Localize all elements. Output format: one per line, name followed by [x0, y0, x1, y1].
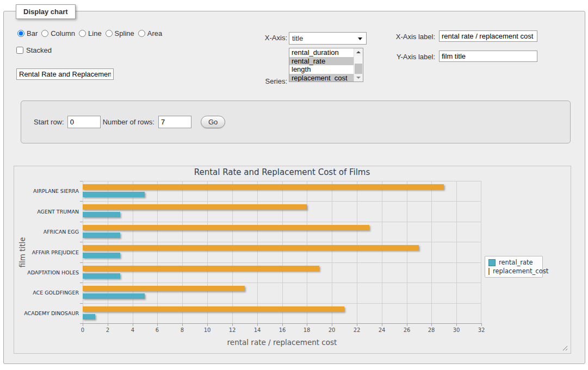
series-label: Series: [206, 77, 287, 85]
gridline-h [83, 262, 481, 263]
chart-type-radio-line[interactable] [79, 30, 86, 37]
x-tick-label: 16 [274, 327, 290, 333]
x-tick-label: 32 [473, 327, 490, 333]
chart-legend: rental_ratereplacement_cost [485, 256, 543, 278]
x-tick-label: 20 [324, 327, 340, 333]
x-axis-title: rental rate / replacement cost [14, 338, 550, 347]
stacked-checkbox[interactable] [16, 47, 23, 54]
series-listbox[interactable]: rental_durationrental_ratelengthreplacem… [289, 48, 363, 82]
bar-replacement_cost [83, 245, 419, 250]
bar-replacement_cost [83, 306, 344, 312]
chart-type-radio-spline[interactable] [106, 30, 113, 37]
x-tick-label: 12 [224, 327, 240, 333]
gridline-v [108, 181, 108, 323]
series-option-rental_rate[interactable]: rental_rate [289, 57, 354, 66]
x-axis-tick [133, 323, 133, 326]
gridline-v [182, 181, 183, 323]
x-axis-tick [382, 323, 382, 326]
x-axis-tick [481, 323, 482, 326]
x-tick-label: 10 [199, 327, 215, 333]
x-axis-tick [83, 323, 83, 326]
x-axis-label-label: X-Axis label: [354, 33, 435, 41]
resize-handle[interactable] [561, 344, 567, 350]
gridline-v [382, 181, 382, 323]
number-of-rows-input[interactable] [158, 116, 191, 128]
y-axis-label-input[interactable] [439, 51, 537, 62]
display-chart-fieldset: Display chart BarColumnLineSplineArea St… [3, 11, 585, 364]
bar-rental_rate [83, 192, 145, 197]
chart-type-column: Column [41, 29, 75, 37]
x-axis-tick [157, 323, 158, 326]
x-axis-select-label: X-Axis: [206, 34, 287, 42]
series-option-replacement_cost[interactable]: replacement_cost [289, 74, 354, 82]
x-tick-label: 2 [100, 327, 116, 333]
x-tick-label: 24 [374, 327, 390, 333]
legend-swatch-rental_rate [488, 259, 496, 266]
bar-replacement_cost [83, 266, 319, 271]
gridline-v [157, 181, 158, 323]
y-axis-tick [80, 262, 83, 263]
y-axis-tick [80, 181, 83, 181]
gridline-h [83, 303, 481, 304]
x-tick-label: 28 [423, 327, 440, 333]
chart-title-input[interactable] [16, 68, 114, 80]
series-option-length[interactable]: length [289, 65, 354, 74]
scroll-down-button[interactable] [354, 74, 363, 81]
chart-type-label-spline: Spline [115, 29, 134, 37]
go-button[interactable]: Go [201, 116, 225, 128]
bar-rental_rate [83, 233, 120, 238]
gridline-v [257, 181, 258, 323]
y-axis-title: film title [18, 198, 26, 307]
legend-item-replacement_cost[interactable]: replacement_cost [488, 267, 539, 275]
stacked-row: Stacked [16, 46, 52, 54]
x-tick-label: 0 [75, 327, 91, 333]
x-axis-tick [232, 323, 233, 326]
gridline-v [282, 181, 283, 323]
y-axis-tick [80, 242, 83, 242]
chart-type-line: Line [79, 29, 102, 37]
start-row-label: Start row: [34, 118, 64, 126]
start-row-input[interactable] [67, 116, 101, 128]
bar-replacement_cost [83, 204, 307, 210]
gridline-v [232, 181, 233, 323]
chart-type-radio-column[interactable] [41, 30, 48, 37]
arrow-down-icon [356, 77, 361, 79]
legend-label: replacement_cost [493, 267, 548, 275]
row-controls-panel: Start row: Number of rows: Go [21, 101, 571, 143]
bar-rental_rate [83, 293, 145, 299]
gridline-h [83, 222, 481, 222]
chart-type-label-column: Column [51, 29, 75, 37]
gridline-h [83, 181, 481, 181]
series-option-rental_duration[interactable]: rental_duration [289, 48, 354, 57]
gridline-v [431, 181, 432, 323]
x-axis-tick [108, 323, 108, 326]
x-tick-label: 22 [349, 327, 365, 333]
legend-label: rental_rate [499, 259, 533, 266]
chart-type-label-bar: Bar [27, 29, 38, 37]
chart-type-group: BarColumnLineSplineArea [17, 29, 166, 37]
legend-item-rental_rate[interactable]: rental_rate [488, 258, 539, 267]
bar-replacement_cost [83, 286, 245, 291]
chart-type-radio-bar[interactable] [17, 30, 24, 37]
fieldset-legend: Display chart [16, 4, 76, 19]
gridline-v [407, 181, 407, 323]
x-axis-tick [456, 323, 457, 326]
chart-container: Rental Rate and Replacement Cost of Film… [14, 166, 571, 354]
y-category-label: AIRPLANE SIERRA [14, 188, 79, 194]
bar-rental_rate [83, 212, 120, 217]
bar-replacement_cost [83, 184, 444, 190]
gridline-v [456, 181, 457, 323]
y-category-label: ACADEMY DINOSAUR [14, 310, 79, 316]
chart-type-radio-area[interactable] [138, 30, 145, 37]
bar-rental_rate [83, 314, 95, 319]
x-tick-label: 14 [249, 327, 265, 333]
y-axis-tick [80, 283, 83, 283]
number-of-rows-label: Number of rows: [103, 118, 154, 126]
x-axis-tick [207, 323, 208, 326]
chart-title: Rental Rate and Replacement Cost of Film… [14, 167, 550, 177]
gridline-h [83, 242, 481, 242]
gridline-v [481, 181, 481, 323]
x-axis-tick [357, 323, 357, 326]
x-axis-label-input[interactable] [439, 30, 537, 42]
x-axis-tick [332, 323, 332, 326]
